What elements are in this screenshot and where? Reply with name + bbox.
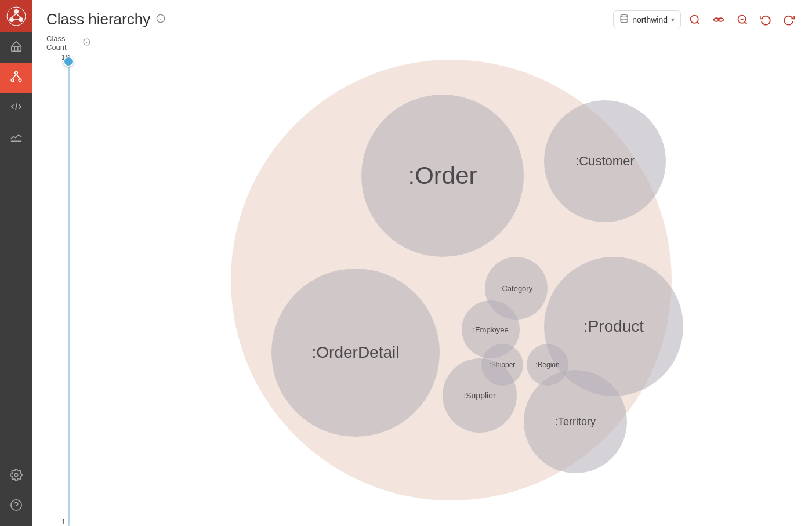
header-left: Class hierarchy <box>46 10 165 28</box>
bubble-order-label: :Order <box>408 162 477 190</box>
svg-point-1 <box>14 9 19 14</box>
bubble-category-label: :Category <box>500 284 532 293</box>
redo-button[interactable] <box>780 12 798 28</box>
undo-button[interactable] <box>756 12 775 28</box>
svg-point-15 <box>14 473 18 477</box>
bubble-territory-label: :Territory <box>555 416 596 428</box>
database-selector[interactable]: northwind ▾ <box>613 10 681 28</box>
settings-icon <box>10 469 23 484</box>
home-icon <box>10 40 23 56</box>
svg-line-23 <box>697 21 699 24</box>
class-count-info-icon[interactable] <box>83 38 90 48</box>
bubble-customer-label: :Customer <box>575 154 634 169</box>
sidebar-item-home[interactable] <box>0 32 32 63</box>
sidebar-item-settings[interactable] <box>0 461 32 491</box>
bubble-order[interactable]: :Order <box>361 95 524 257</box>
search-button[interactable] <box>686 12 704 28</box>
svg-point-10 <box>19 79 21 82</box>
sidebar-item-analytics[interactable] <box>0 123 32 153</box>
slider-min-value: 1 <box>61 517 66 526</box>
bubble-supplier[interactable]: :Supplier <box>443 358 517 433</box>
svg-line-12 <box>16 74 20 78</box>
bubble-region-label: :Region <box>535 361 559 369</box>
code-icon <box>10 100 23 116</box>
slider-thumb[interactable] <box>63 56 74 67</box>
sidebar-item-code[interactable] <box>0 93 32 123</box>
svg-line-28 <box>745 21 747 24</box>
sidebar <box>0 0 32 526</box>
slider-panel: Class Count 10 1 <box>32 34 90 526</box>
hierarchy-icon <box>10 70 23 86</box>
svg-line-13 <box>16 103 17 110</box>
app-logo[interactable] <box>0 0 32 32</box>
bubble-orderdetail[interactable]: :OrderDetail <box>271 269 440 437</box>
svg-point-9 <box>11 79 14 82</box>
link-button[interactable] <box>709 11 728 28</box>
sidebar-item-help[interactable] <box>0 491 32 521</box>
database-icon <box>619 14 629 25</box>
db-name: northwind <box>632 15 668 24</box>
svg-point-21 <box>621 14 628 17</box>
zoom-out-button[interactable] <box>733 12 752 28</box>
help-icon <box>10 499 23 514</box>
chevron-down-icon: ▾ <box>671 16 675 24</box>
analytics-icon <box>10 130 23 146</box>
title-info-icon[interactable] <box>156 14 165 25</box>
bubble-territory[interactable]: :Territory <box>524 370 627 473</box>
class-count-text: Class Count <box>46 34 79 52</box>
bubble-employee-label: :Employee <box>473 325 508 334</box>
sidebar-item-hierarchy[interactable] <box>0 63 32 93</box>
svg-point-8 <box>15 71 18 74</box>
class-count-label: Class Count <box>46 34 90 52</box>
bubble-chart[interactable]: :Order :Customer :OrderDetail :Product :… <box>213 42 689 518</box>
header: Class hierarchy northwind <box>32 0 812 34</box>
header-right: northwind ▾ <box>613 10 798 28</box>
bubble-product-label: :Product <box>583 317 644 336</box>
page-title: Class hierarchy <box>46 10 150 28</box>
svg-point-16 <box>11 499 21 510</box>
main-content: Class hierarchy northwind <box>32 0 812 526</box>
bubble-customer[interactable]: :Customer <box>544 100 666 222</box>
chart-area: :Order :Customer :OrderDetail :Product :… <box>90 34 812 526</box>
svg-line-11 <box>13 74 16 78</box>
content-area: Class Count 10 1 <box>32 34 812 526</box>
svg-point-22 <box>691 15 698 23</box>
slider-container[interactable]: 10 1 <box>46 56 90 526</box>
bubble-orderdetail-label: :OrderDetail <box>312 343 400 362</box>
bubble-supplier-label: :Supplier <box>463 391 495 400</box>
slider-track[interactable] <box>68 56 70 526</box>
svg-rect-7 <box>12 46 21 51</box>
